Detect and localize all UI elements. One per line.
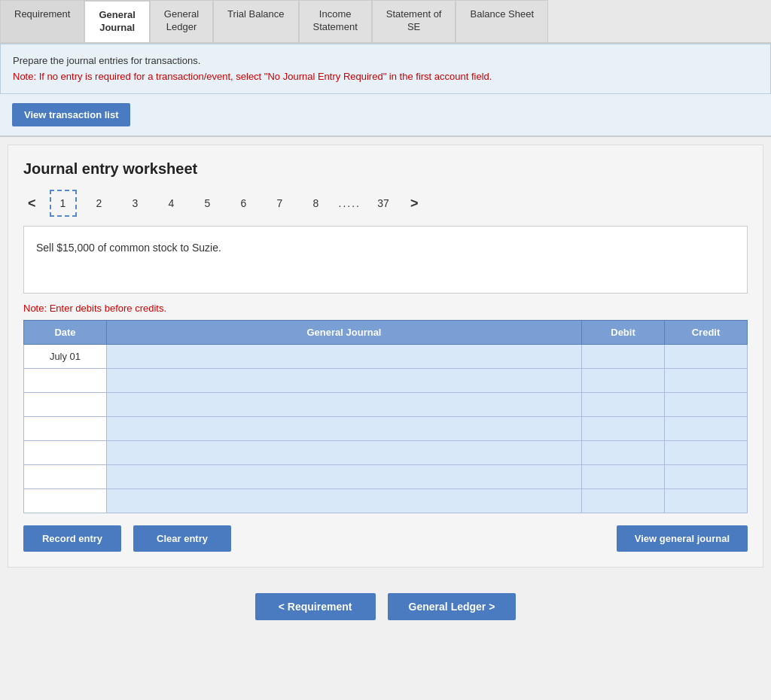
date-cell-1: July 01 [24, 345, 107, 369]
gj-input-cell-2[interactable] [107, 369, 582, 393]
next-nav-button[interactable]: General Ledger > [388, 593, 517, 620]
tab-trial-balance[interactable]: Trial Balance [213, 0, 298, 42]
credit-input-1[interactable] [665, 345, 747, 368]
bottom-navigation: < Requirement General Ledger > [0, 575, 771, 643]
page-7-button[interactable]: 7 [267, 190, 294, 217]
view-transaction-button[interactable]: View transaction list [12, 103, 130, 126]
info-box: Prepare the journal entries for transact… [0, 44, 771, 95]
record-entry-button[interactable]: Record entry [23, 525, 121, 552]
credit-input-cell-7[interactable] [665, 489, 748, 513]
page-1-button[interactable]: 1 [50, 190, 77, 217]
date-cell-6 [24, 465, 107, 489]
prev-page-button[interactable]: < [23, 194, 41, 213]
debit-input-6[interactable] [582, 465, 664, 488]
tab-bar: Requirement GeneralJournal GeneralLedger… [0, 0, 771, 44]
gj-input-6[interactable] [107, 465, 581, 488]
prev-nav-button[interactable]: < Requirement [255, 593, 376, 620]
gj-input-cell-6[interactable] [107, 465, 582, 489]
credit-input-cell-3[interactable] [665, 393, 748, 417]
table-row [24, 489, 748, 513]
table-row [24, 369, 748, 393]
date-cell-5 [24, 441, 107, 465]
page-37-button[interactable]: 37 [370, 190, 397, 217]
debit-input-4[interactable] [582, 417, 664, 440]
gj-input-5[interactable] [107, 441, 581, 464]
gj-input-cell-4[interactable] [107, 417, 582, 441]
debit-input-cell-3[interactable] [582, 393, 665, 417]
transaction-description: Sell $15,000 of common stock to Suzie. [23, 226, 748, 294]
table-row [24, 441, 748, 465]
credit-input-7[interactable] [665, 489, 747, 513]
clear-entry-button[interactable]: Clear entry [133, 525, 231, 552]
gj-input-2[interactable] [107, 369, 581, 392]
credit-input-5[interactable] [665, 441, 747, 464]
worksheet-title: Journal entry worksheet [23, 160, 748, 178]
credit-input-3[interactable] [665, 393, 747, 416]
info-line1: Prepare the journal entries for transact… [13, 55, 200, 66]
gj-input-1[interactable] [107, 345, 581, 368]
date-cell-3 [24, 393, 107, 417]
debit-input-cell-2[interactable] [582, 369, 665, 393]
debit-input-cell-5[interactable] [582, 441, 665, 465]
debit-input-3[interactable] [582, 393, 664, 416]
debit-input-1[interactable] [582, 345, 664, 368]
col-header-gj: General Journal [107, 321, 582, 345]
credit-input-cell-5[interactable] [665, 441, 748, 465]
page-2-button[interactable]: 2 [86, 190, 113, 217]
tab-requirement[interactable]: Requirement [0, 0, 84, 42]
gj-input-7[interactable] [107, 489, 581, 513]
page-3-button[interactable]: 3 [122, 190, 149, 217]
tab-general-ledger[interactable]: GeneralLedger [150, 0, 213, 42]
worksheet-area: Journal entry worksheet < 1 2 3 4 5 6 7 … [8, 145, 763, 568]
journal-table: Date General Journal Debit Credit July 0… [23, 320, 748, 513]
tab-statement-se[interactable]: Statement ofSE [372, 0, 456, 42]
gj-input-cell-5[interactable] [107, 441, 582, 465]
credit-input-cell-1[interactable] [665, 345, 748, 369]
tab-balance-sheet[interactable]: Balance Sheet [456, 0, 548, 42]
debit-input-cell-6[interactable] [582, 465, 665, 489]
next-page-button[interactable]: > [406, 194, 423, 213]
table-row [24, 417, 748, 441]
date-cell-7 [24, 489, 107, 513]
debit-input-cell-1[interactable] [582, 345, 665, 369]
page-6-button[interactable]: 6 [230, 190, 258, 217]
view-general-journal-button[interactable]: View general journal [617, 525, 748, 552]
action-buttons: Record entry Clear entry View general jo… [23, 525, 748, 552]
debit-input-cell-7[interactable] [582, 489, 665, 513]
col-header-debit: Debit [582, 321, 665, 345]
page-dots: ..... [339, 197, 361, 209]
table-row: July 01 [24, 345, 748, 369]
page-5-button[interactable]: 5 [194, 190, 221, 217]
date-cell-2 [24, 369, 107, 393]
credit-input-4[interactable] [665, 417, 747, 440]
tab-income-statement[interactable]: IncomeStatement [299, 0, 372, 42]
gj-input-cell-3[interactable] [107, 393, 582, 417]
col-header-date: Date [24, 321, 107, 345]
pagination: < 1 2 3 4 5 6 7 8 ..... 37 > [23, 190, 748, 217]
gj-input-cell-1[interactable] [107, 345, 582, 369]
table-row [24, 465, 748, 489]
page-8-button[interactable]: 8 [303, 190, 330, 217]
info-line2: Note: If no entry is required for a tran… [13, 71, 492, 82]
tab-general-journal[interactable]: GeneralJournal [84, 0, 149, 42]
table-row [24, 393, 748, 417]
view-transaction-area: View transaction list [0, 94, 771, 137]
gj-input-3[interactable] [107, 393, 581, 416]
credit-input-cell-6[interactable] [665, 465, 748, 489]
credit-input-2[interactable] [665, 369, 747, 392]
debit-credit-note: Note: Enter debits before credits. [23, 303, 748, 314]
col-header-credit: Credit [665, 321, 748, 345]
credit-input-6[interactable] [665, 465, 747, 488]
date-cell-4 [24, 417, 107, 441]
gj-input-4[interactable] [107, 417, 581, 440]
debit-input-cell-4[interactable] [582, 417, 665, 441]
page-4-button[interactable]: 4 [158, 190, 185, 217]
credit-input-cell-4[interactable] [665, 417, 748, 441]
credit-input-cell-2[interactable] [665, 369, 748, 393]
gj-input-cell-7[interactable] [107, 489, 582, 513]
debit-input-7[interactable] [582, 489, 664, 513]
debit-input-2[interactable] [582, 369, 664, 392]
debit-input-5[interactable] [582, 441, 664, 464]
